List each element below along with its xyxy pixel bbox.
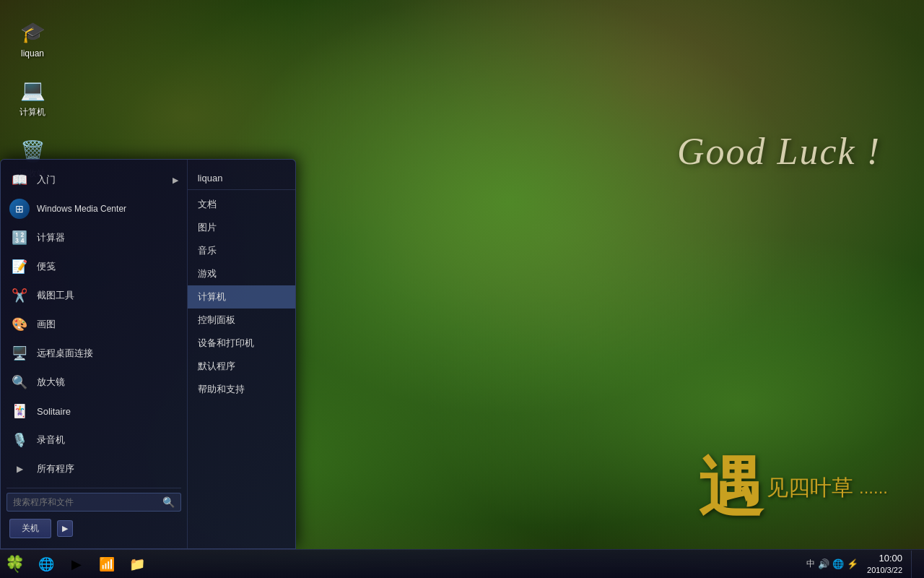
start-menu-divider	[6, 488, 181, 488]
start-item-rdp[interactable]: 🖥️ 远程桌面连接	[1, 339, 187, 368]
desktop: Good Luck ! 遇 见四叶草 ...... 🎓 liquan 💻 计算机…	[0, 0, 924, 578]
start-item-label-allprograms: 所有程序	[37, 462, 74, 475]
start-item-label-intro: 入门	[37, 173, 56, 186]
start-item-arrow-intro: ▶	[173, 176, 178, 185]
start-item-icon-recorder: 🎙️	[9, 430, 30, 450]
taskbar-icon-folder[interactable]: 📁	[123, 551, 152, 578]
taskbar: 🍀 🌐▶📶📁 中 🔊 🌐 ⚡ 10:00 2010/3/22	[0, 549, 924, 578]
show-desktop-button[interactable]	[911, 551, 918, 578]
start-item-notes[interactable]: 📝 便笺	[1, 252, 187, 281]
start-item-icon-paint: 🎨	[9, 314, 30, 335]
start-right-label-devices: 设备和打印机	[198, 337, 254, 350]
start-right-items: liquan文档图片音乐游戏计算机控制面板设备和打印机默认程序帮助和支持	[188, 165, 295, 401]
taskbar-icon-media[interactable]: ▶	[62, 551, 91, 578]
start-item-label-snip: 截图工具	[37, 289, 74, 302]
start-item-icon-intro: 📖	[9, 170, 30, 190]
desktop-icon-liquan[interactable]: 🎓 liquan	[7, 14, 58, 61]
icon-label-liquan: liquan	[21, 48, 44, 59]
start-item-label-solitaire: Solitaire	[37, 406, 71, 417]
taskbar-clock[interactable]: 10:00 2010/3/22	[863, 553, 907, 575]
shutdown-arrow-button[interactable]: ▶	[57, 520, 73, 537]
start-right-user[interactable]: liquan	[188, 165, 295, 190]
clock-time: 10:00	[879, 553, 902, 565]
start-right-label-music: 音乐	[198, 244, 217, 257]
taskbar-right: 中 🔊 🌐 ⚡ 10:00 2010/3/22	[806, 551, 924, 578]
shutdown-button[interactable]: 关机	[9, 519, 51, 538]
start-item-label-calc: 计算器	[37, 231, 65, 244]
power-icon[interactable]: ⚡	[847, 558, 858, 569]
start-item-icon-allprograms: ▶	[9, 459, 30, 479]
chinese-slogan: 遇 见四叶草 ......	[698, 455, 888, 520]
chinese-dots: ......	[859, 478, 888, 498]
start-menu: 📖 入门 ▶ ⊞ Windows Media Center 🔢 计算器 📝 便笺…	[0, 159, 296, 549]
start-right-label-docs: 文档	[198, 198, 217, 211]
taskbar-pinned-icons: 🌐▶📶📁	[32, 551, 152, 578]
system-tray: 中 🔊 🌐 ⚡	[806, 558, 858, 570]
start-item-allprograms[interactable]: ▶ 所有程序	[1, 454, 187, 483]
start-right-item-help[interactable]: 帮助和支持	[188, 378, 295, 401]
taskbar-icon-symbol-media: ▶	[71, 556, 82, 572]
start-item-icon-magnifier: 🔍	[9, 372, 30, 392]
taskbar-icon-symbol-network: 📶	[99, 556, 115, 572]
start-username: liquan	[198, 173, 223, 184]
network-tray-icon[interactable]: 🌐	[832, 558, 844, 569]
clock-date: 2010/3/22	[867, 565, 902, 575]
start-item-solitaire[interactable]: 🃏 Solitaire	[1, 397, 187, 426]
taskbar-icon-symbol-folder: 📁	[129, 556, 145, 572]
start-item-label-magnifier: 放大镜	[37, 376, 65, 389]
start-button[interactable]: 🍀	[0, 550, 29, 579]
start-item-icon-solitaire: 🃏	[9, 401, 30, 421]
start-menu-left: 📖 入门 ▶ ⊞ Windows Media Center 🔢 计算器 📝 便笺…	[1, 160, 188, 548]
start-item-label-paint: 画图	[37, 318, 56, 331]
start-right-item-games[interactable]: 游戏	[188, 262, 295, 285]
start-item-paint[interactable]: 🎨 画图	[1, 310, 187, 339]
start-item-recorder[interactable]: 🎙️ 录音机	[1, 426, 187, 454]
start-right-item-defaults[interactable]: 默认程序	[188, 355, 295, 378]
start-item-icon-notes: 📝	[9, 256, 30, 277]
taskbar-icon-symbol-ie: 🌐	[38, 556, 54, 572]
start-right-item-control[interactable]: 控制面板	[188, 309, 295, 332]
icon-image-computer: 💻	[18, 75, 47, 104]
search-input[interactable]	[13, 497, 158, 507]
search-icon: 🔍	[162, 496, 175, 508]
taskbar-icon-network[interactable]: 📶	[92, 551, 121, 578]
language-indicator[interactable]: 中	[806, 558, 815, 570]
start-menu-items: 📖 入门 ▶ ⊞ Windows Media Center 🔢 计算器 📝 便笺…	[1, 165, 187, 483]
start-right-item-computer[interactable]: 计算机	[188, 285, 295, 309]
start-item-magnifier[interactable]: 🔍 放大镜	[1, 368, 187, 397]
start-right-label-games: 游戏	[198, 267, 217, 280]
shutdown-row: 关机 ▶	[1, 514, 187, 543]
start-search-bar[interactable]: 🔍	[6, 493, 181, 512]
start-item-icon-snip: ✂️	[9, 285, 30, 306]
start-item-label-notes: 便笺	[37, 260, 56, 273]
taskbar-icon-ie[interactable]: 🌐	[32, 551, 61, 578]
start-right-item-devices[interactable]: 设备和打印机	[188, 332, 295, 355]
start-item-calc[interactable]: 🔢 计算器	[1, 223, 187, 252]
start-item-label-wmc: Windows Media Center	[37, 204, 126, 214]
start-right-item-pics[interactable]: 图片	[188, 216, 295, 239]
start-item-label-recorder: 录音机	[37, 434, 65, 447]
start-item-icon-rdp: 🖥️	[9, 343, 30, 363]
start-right-item-docs[interactable]: 文档	[188, 193, 295, 216]
start-right-label-defaults: 默认程序	[198, 360, 235, 373]
start-clover-icon: 🍀	[5, 555, 25, 574]
start-item-intro[interactable]: 📖 入门 ▶	[1, 165, 187, 194]
start-item-label-rdp: 远程桌面连接	[37, 347, 93, 360]
icon-label-computer: 计算机	[19, 106, 45, 118]
start-right-label-control: 控制面板	[198, 314, 235, 327]
start-menu-right: liquan文档图片音乐游戏计算机控制面板设备和打印机默认程序帮助和支持	[188, 160, 295, 548]
start-item-icon-calc: 🔢	[9, 228, 30, 248]
start-item-wmc[interactable]: ⊞ Windows Media Center	[1, 194, 187, 223]
start-right-label-computer: 计算机	[198, 290, 226, 303]
start-right-item-music[interactable]: 音乐	[188, 239, 295, 262]
desktop-icon-computer[interactable]: 💻 计算机	[7, 72, 58, 121]
good-luck-text: Good Luck !	[677, 130, 881, 173]
start-item-icon-wmc: ⊞	[9, 199, 30, 219]
start-right-label-pics: 图片	[198, 221, 217, 234]
start-right-label-help: 帮助和支持	[198, 383, 245, 396]
start-item-snip[interactable]: ✂️ 截图工具	[1, 281, 187, 310]
icon-image-liquan: 🎓	[18, 17, 47, 46]
chinese-big-char: 遇	[698, 455, 763, 520]
chinese-small-text: 见四叶草	[767, 473, 853, 503]
volume-icon[interactable]: 🔊	[818, 558, 829, 569]
